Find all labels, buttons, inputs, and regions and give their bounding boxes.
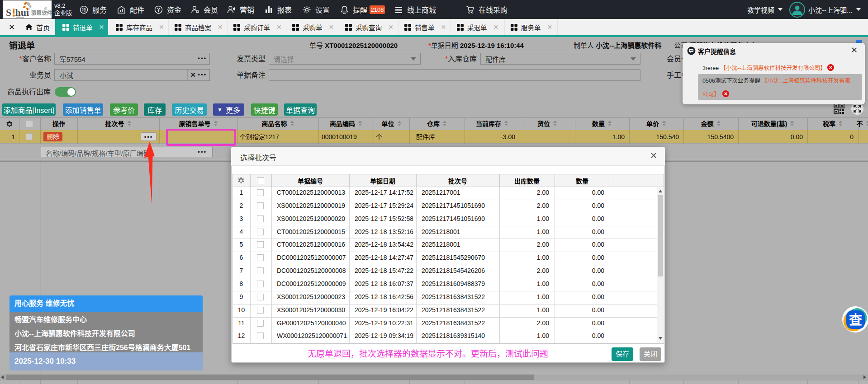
svg-text:software: software <box>16 16 24 19</box>
svg-text:查: 查 <box>849 313 862 328</box>
svg-text:S: S <box>6 7 11 18</box>
svg-text:¥: ¥ <box>157 7 160 12</box>
svg-text:特: 特 <box>82 7 86 12</box>
svg-text:驷惠软件: 驷惠软件 <box>31 10 52 16</box>
svg-text:R: R <box>45 8 47 10</box>
